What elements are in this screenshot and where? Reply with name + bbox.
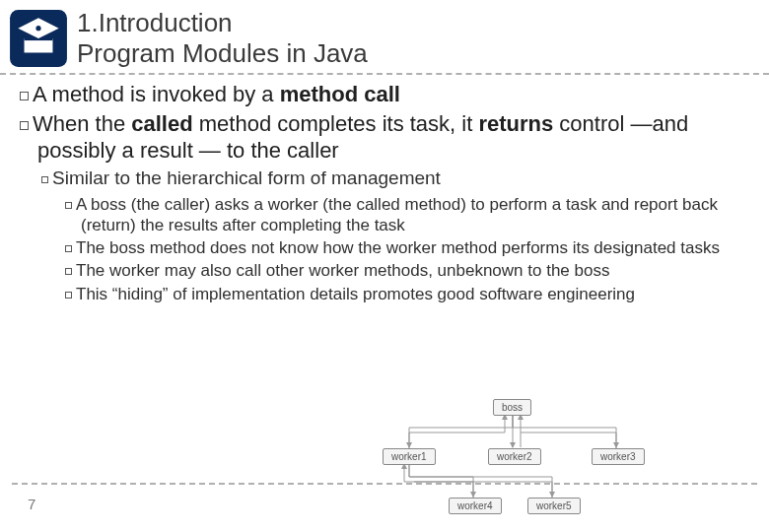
diagram-node-worker4: worker4 [449, 498, 502, 514]
svg-rect-1 [25, 38, 53, 52]
bullet-level2: Similar to the hierarchical form of mana… [41, 166, 753, 190]
bullet-text: The boss method does not know how the wo… [76, 238, 720, 257]
page-number: 7 [28, 496, 35, 512]
square-bullet-icon [41, 176, 48, 183]
diagram-node-worker3: worker3 [592, 448, 645, 465]
square-bullet-icon [65, 202, 72, 209]
bullet-level3: The worker may also call other worker me… [65, 260, 753, 281]
svg-point-3 [35, 26, 40, 31]
slide-content: A method is invoked by a method call Whe… [0, 75, 769, 304]
square-bullet-icon [65, 268, 72, 275]
bullet-text: A boss (the caller) asks a worker (the c… [76, 195, 718, 234]
bullet-level3: A boss (the caller) asks a worker (the c… [65, 194, 753, 236]
diagram-node-worker5: worker5 [527, 498, 581, 514]
slide-header: 1.Introduction Program Modules in Java [0, 0, 769, 75]
university-logo [8, 8, 69, 69]
diagram-node-boss: boss [493, 399, 531, 416]
diagram-node-worker1: worker1 [383, 448, 436, 465]
bullet-text: This “hiding” of implementation details … [76, 285, 635, 303]
bullet-level3: This “hiding” of implementation details … [65, 284, 753, 304]
slide-title-line1: 1.Introduction [77, 8, 761, 38]
square-bullet-icon [20, 92, 29, 100]
bullet-text: Similar to the hierarchical form of mana… [52, 167, 441, 188]
diagram-node-worker2: worker2 [488, 448, 541, 465]
hierarchy-diagram: boss worker1 worker2 worker3 worker4 wor… [365, 393, 661, 526]
bullet-level1: A method is invoked by a method call [20, 81, 753, 108]
bullet-level1: When the called method completes its tas… [20, 110, 753, 165]
svg-rect-2 [25, 38, 53, 40]
square-bullet-icon [20, 121, 29, 130]
square-bullet-icon [65, 245, 72, 252]
square-bullet-icon [65, 292, 72, 299]
bullet-level3: The boss method does not know how the wo… [65, 237, 753, 258]
bullet-text: When the called method completes its tas… [33, 111, 688, 164]
slide-title-line2: Program Modules in Java [77, 38, 761, 69]
bullet-text: The worker may also call other worker me… [76, 261, 609, 280]
bullet-text: A method is invoked by a method call [33, 82, 400, 106]
title-block: 1.Introduction Program Modules in Java [77, 8, 761, 69]
